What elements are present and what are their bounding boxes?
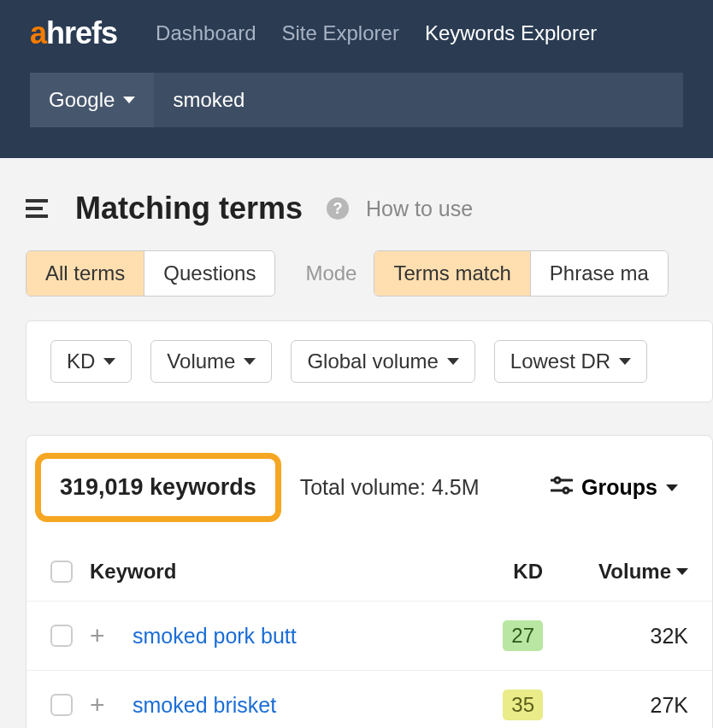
filter-volume[interactable]: Volume bbox=[150, 340, 272, 383]
nav-site-explorer[interactable]: Site Explorer bbox=[281, 21, 398, 45]
column-volume[interactable]: Volume bbox=[560, 560, 688, 584]
search-engine-select[interactable]: Google bbox=[30, 73, 154, 127]
kd-badge: 35 bbox=[503, 690, 543, 720]
kd-badge: 27 bbox=[503, 620, 543, 651]
logo[interactable]: ahrefs bbox=[30, 15, 117, 51]
filter-kd[interactable]: KD bbox=[50, 340, 132, 383]
chevron-down-icon bbox=[123, 97, 135, 103]
keyword-search-input[interactable] bbox=[154, 73, 683, 127]
chevron-down-icon bbox=[619, 358, 631, 365]
expand-icon[interactable]: + bbox=[90, 690, 105, 719]
nav-dashboard[interactable]: Dashboard bbox=[156, 21, 256, 45]
select-all-checkbox[interactable] bbox=[50, 561, 73, 583]
nav-keywords-explorer[interactable]: Keywords Explorer bbox=[425, 21, 597, 45]
keywords-count-badge: 319,019 keywords bbox=[35, 453, 281, 522]
chevron-down-icon bbox=[447, 358, 459, 365]
top-nav: Dashboard Site Explorer Keywords Explore… bbox=[156, 21, 597, 45]
keywords-table: Keyword KD Volume + smoked pork butt 27 … bbox=[27, 539, 712, 728]
filter-kd-label: KD bbox=[67, 349, 95, 373]
sidebar-toggle-icon[interactable] bbox=[26, 199, 48, 218]
tab-questions[interactable]: Questions bbox=[144, 251, 274, 296]
help-icon[interactable]: ? bbox=[327, 197, 349, 220]
how-to-use-link[interactable]: How to use bbox=[366, 197, 473, 221]
filter-global-volume[interactable]: Global volume bbox=[291, 340, 474, 383]
sort-desc-icon bbox=[676, 568, 688, 575]
keyword-link[interactable]: smoked pork butt bbox=[133, 624, 297, 648]
filter-lowest-dr-label: Lowest DR bbox=[510, 349, 610, 373]
results-panel: 319,019 keywords Total volume: 4.5M Grou… bbox=[26, 435, 713, 728]
svg-point-2 bbox=[555, 478, 560, 483]
logo-first: a bbox=[30, 15, 46, 50]
groups-control[interactable]: Groups bbox=[551, 475, 678, 500]
expand-icon[interactable]: + bbox=[90, 621, 105, 649]
row-checkbox[interactable] bbox=[50, 625, 73, 647]
column-volume-label: Volume bbox=[598, 560, 671, 584]
row-checkbox[interactable] bbox=[50, 694, 73, 716]
chevron-down-icon bbox=[244, 358, 256, 365]
column-keyword[interactable]: Keyword bbox=[90, 560, 483, 584]
table-row: + smoked pork butt 27 32K bbox=[27, 602, 712, 671]
volume-value: 32K bbox=[651, 624, 688, 649]
logo-rest: hrefs bbox=[46, 15, 117, 50]
filter-panel: KD Volume Global volume Lowest DR bbox=[26, 320, 713, 402]
chevron-down-icon bbox=[103, 358, 115, 365]
filter-lowest-dr[interactable]: Lowest DR bbox=[494, 340, 647, 383]
filter-global-volume-label: Global volume bbox=[307, 349, 438, 373]
search-engine-label: Google bbox=[49, 88, 115, 112]
sliders-icon bbox=[551, 475, 573, 500]
mode-label: Mode bbox=[305, 261, 356, 285]
tab-terms-match[interactable]: Terms match bbox=[374, 251, 529, 296]
column-kd[interactable]: KD bbox=[483, 560, 560, 584]
table-header: Keyword KD Volume bbox=[27, 539, 712, 602]
chevron-down-icon bbox=[666, 484, 678, 491]
total-volume: Total volume: 4.5M bbox=[300, 475, 480, 500]
page-title: Matching terms bbox=[75, 191, 303, 226]
volume-value: 27K bbox=[651, 693, 688, 718]
mode-tab-group: Terms match Phrase ma bbox=[374, 250, 668, 296]
tab-phrase-match[interactable]: Phrase ma bbox=[530, 251, 668, 296]
keyword-link[interactable]: smoked brisket bbox=[133, 693, 276, 717]
tab-all-terms[interactable]: All terms bbox=[27, 251, 144, 296]
filter-volume-label: Volume bbox=[167, 349, 235, 373]
groups-label: Groups bbox=[581, 475, 657, 500]
table-row: + smoked brisket 35 27K bbox=[27, 671, 712, 728]
terms-tab-group: All terms Questions bbox=[26, 250, 275, 296]
svg-point-3 bbox=[563, 488, 569, 493]
